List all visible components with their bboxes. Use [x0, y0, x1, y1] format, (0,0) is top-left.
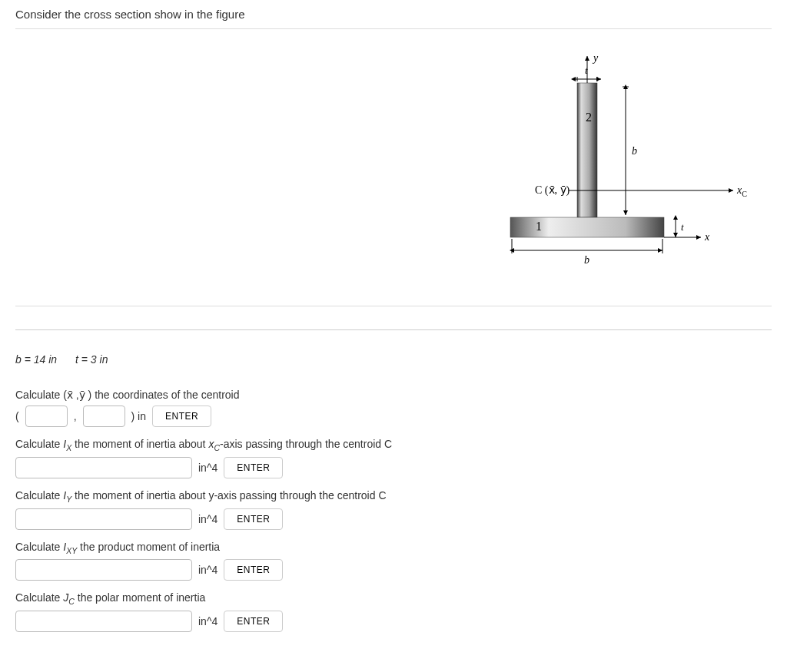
- q4-unit: in^4: [198, 564, 218, 576]
- q2-input[interactable]: [15, 457, 192, 478]
- q3-prompt: Calculate IY the moment of inertia about…: [15, 489, 772, 504]
- fig-centroid-label: C (x̄, ȳ): [535, 184, 570, 197]
- q3-unit: in^4: [198, 513, 218, 525]
- q2-enter-button[interactable]: ENTER: [224, 457, 283, 478]
- q3-input[interactable]: [15, 508, 192, 530]
- fig-xc-sub: C: [742, 190, 747, 198]
- svg-text:xC: xC: [736, 184, 747, 198]
- fig-t-right: t: [681, 221, 684, 233]
- divider: [15, 329, 772, 330]
- q4-prompt: Calculate IXY the product moment of iner…: [15, 541, 772, 555]
- q4-enter-button[interactable]: ENTER: [224, 559, 283, 581]
- q5-unit: in^4: [198, 615, 218, 627]
- figure-frame: 2 1 y t b xC C (x̄, ȳ) t x b: [15, 28, 772, 306]
- q4-input[interactable]: [15, 559, 192, 581]
- svg-rect-0: [577, 83, 597, 217]
- q1-prompt: Calculate (x̄ ,ȳ ) the coordinates of th…: [15, 389, 772, 401]
- fig-y-axis: y: [592, 52, 599, 64]
- given-t: t = 3 in: [75, 353, 108, 366]
- q1-comma: ,: [74, 410, 77, 422]
- fig-label-2: 2: [586, 111, 592, 124]
- q1-open-paren: (: [15, 410, 19, 422]
- given-values: b = 14 in t = 3 in: [15, 353, 772, 366]
- q5-enter-button[interactable]: ENTER: [224, 611, 283, 632]
- q2-prompt: Calculate IX the moment of inertia about…: [15, 438, 772, 452]
- q5-input[interactable]: [15, 611, 192, 632]
- page-title: Consider the cross section show in the f…: [15, 8, 772, 21]
- given-b: b = 14 in: [15, 353, 57, 366]
- q1-xbar-input[interactable]: [25, 406, 68, 427]
- svg-rect-1: [510, 217, 664, 237]
- fig-t-top: t: [585, 65, 588, 76]
- cross-section-figure: 2 1 y t b xC C (x̄, ȳ) t x b: [464, 52, 772, 283]
- q1-close-unit: ) in: [131, 410, 146, 422]
- q1-ybar-input[interactable]: [83, 406, 125, 427]
- fig-x-axis: x: [704, 231, 710, 243]
- q5-prompt: Calculate JC the polar moment of inertia: [15, 591, 772, 606]
- q3-enter-button[interactable]: ENTER: [224, 508, 283, 530]
- fig-b-bottom: b: [584, 254, 589, 266]
- fig-b-right: b: [632, 145, 637, 157]
- fig-label-1: 1: [536, 220, 542, 233]
- q1-enter-button[interactable]: ENTER: [152, 406, 211, 427]
- q2-unit: in^4: [198, 462, 218, 474]
